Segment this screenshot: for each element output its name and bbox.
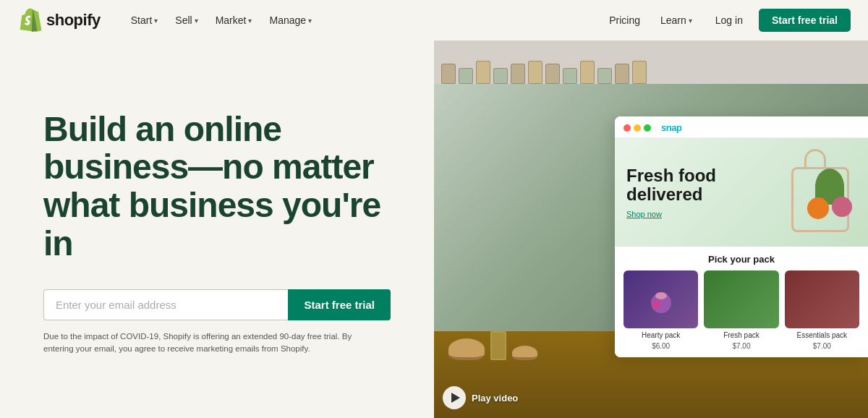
nav-left: Start ▾ Sell ▾ Market ▾ Manage ▾ [124,10,319,30]
bag-net [791,167,849,232]
fresh-food-headline: Fresh food delivered [626,166,775,205]
bowl-item [512,346,537,360]
jar [545,64,560,84]
product-item-essentials[interactable]: Essentials pack $7.00 [785,270,859,350]
card-hero-section: Fresh food delivered Shop now [615,138,868,247]
shopify-logo-icon [17,7,42,34]
main-content: Build an online business—no matter what … [0,40,868,418]
play-video-label: Play video [472,393,518,404]
email-input[interactable] [43,289,288,320]
shop-now-link[interactable]: Shop now [626,210,775,218]
start-free-trial-button[interactable]: Start free trial [288,289,391,320]
essentials-pack-image [785,270,859,328]
window-dot-yellow [634,124,641,132]
login-button[interactable]: Log in [705,10,753,30]
ecomm-card-overlay: snap Fresh food delivered Shop now [615,116,868,357]
header-cta-button[interactable]: Start free trial [759,9,851,32]
logo-text: shopify [46,11,101,30]
veggie-pink [832,197,852,217]
nav-right: Pricing Learn ▾ Log in Start free trial [602,9,851,32]
chevron-down-icon: ▾ [689,17,692,25]
jar [493,68,508,84]
jar [580,61,595,84]
window-dot-red [624,124,631,132]
jar [476,61,490,84]
nav-manage[interactable]: Manage ▾ [262,10,319,30]
jar [563,68,577,84]
grocery-bag-illustration [784,149,856,236]
fresh-pack-price: $7.00 [732,342,750,350]
glass-item [490,331,506,360]
product-item-fresh[interactable]: Fresh pack $7.00 [704,270,778,350]
pick-pack-title: Pick your pack [624,254,859,265]
hearty-pack-price: $6.00 [652,342,670,350]
chevron-down-icon: ▾ [308,17,312,25]
hero-image: snap Fresh food delivered Shop now [434,40,868,418]
table-items [448,331,537,360]
shelf-area [434,40,868,84]
hearty-pack-icon [643,281,679,317]
fresh-pack-name: Fresh pack [723,331,759,339]
snap-brand-logo: snap [661,122,681,133]
product-section: Pick your pack Hearty pa [615,247,868,357]
bag-handle [804,149,826,167]
nav-learn[interactable]: Learn ▾ [653,10,699,30]
hearty-pack-name: Hearty pack [642,331,680,339]
card-header: snap [615,116,868,138]
nav-start[interactable]: Start ▾ [124,10,166,30]
hero-right-panel: snap Fresh food delivered Shop now [434,40,868,418]
veggie-orange [807,197,829,219]
svg-point-1 [655,292,667,299]
hero-headline: Build an online business—no matter what … [43,111,391,263]
bag-contents [804,169,856,223]
hearty-pack-image [624,270,698,328]
logo[interactable]: shopify [17,7,101,34]
fresh-pack-image [704,270,778,328]
jar [511,64,525,84]
jar [632,61,647,84]
play-video-button[interactable]: Play video [443,386,518,409]
nav-pricing[interactable]: Pricing [602,10,647,30]
nav-market[interactable]: Market ▾ [208,10,260,30]
product-grid: Hearty pack $6.00 Fresh pack $7.00 Essen… [624,270,859,350]
product-item-hearty[interactable]: Hearty pack $6.00 [624,270,698,350]
chevron-down-icon: ▾ [195,17,198,25]
jar [615,64,629,84]
jar [597,68,612,84]
hero-left-panel: Build an online business—no matter what … [0,40,434,418]
play-icon [443,386,466,409]
nav-sell[interactable]: Sell ▾ [168,10,205,30]
chevron-down-icon: ▾ [154,17,158,25]
window-dot-green [644,124,651,132]
disclaimer-text: Due to the impact of COVID-19, Shopify i… [43,330,376,356]
bowl-item [448,338,485,360]
essentials-pack-name: Essentials pack [797,331,847,339]
jar [459,68,473,84]
header: shopify Start ▾ Sell ▾ Market ▾ Manage ▾… [0,0,868,40]
jar [528,61,542,84]
jar [441,64,456,84]
essentials-pack-price: $7.00 [813,342,831,350]
play-triangle-icon [451,393,460,403]
window-dots [624,124,651,132]
chevron-down-icon: ▾ [248,17,252,25]
svg-point-2 [652,300,660,309]
fresh-food-text: Fresh food delivered Shop now [626,166,775,219]
email-cta-row: Start free trial [43,289,391,320]
